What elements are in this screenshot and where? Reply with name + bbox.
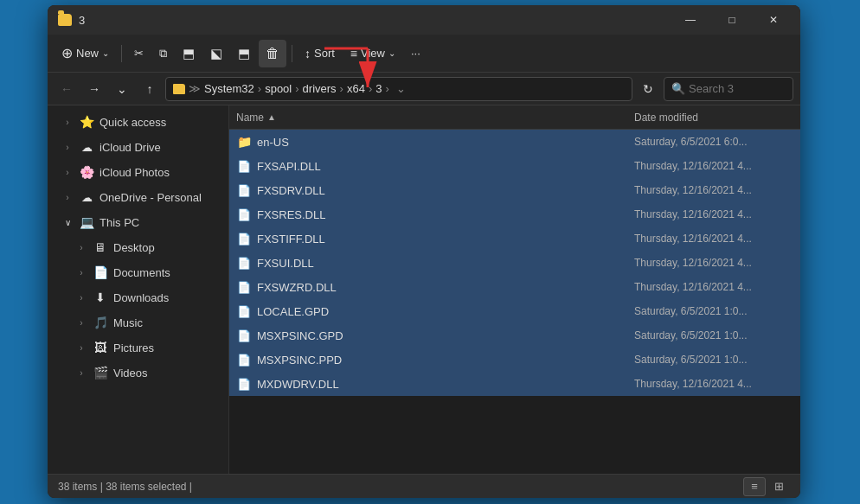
table-row[interactable]: 📄FXSAPI.DLLThursday, 12/16/2021 4... (229, 154, 800, 178)
view-list-button[interactable]: ≡ (743, 477, 766, 496)
table-row[interactable]: 📄FXSDRV.DLLThursday, 12/16/2021 4... (229, 178, 800, 202)
sidebar-label-this-pc: This PC (99, 216, 139, 229)
sidebar-item-icloud-photos[interactable]: › 🌸 iCloud Photos (51, 160, 225, 184)
minimize-button[interactable]: — (671, 5, 710, 35)
file-icon: 📄 (236, 208, 252, 221)
view-details-button[interactable]: ⊞ (767, 477, 790, 496)
rename-button[interactable]: ⬕ (203, 40, 229, 67)
path-3[interactable]: 3 (375, 82, 382, 95)
sidebar-item-videos[interactable]: › 🎬 Videos (51, 360, 225, 385)
title-bar-left: 3 (58, 14, 85, 27)
share-button[interactable]: ⬒ (231, 40, 257, 67)
file-name: MSXPSINC.PPD (257, 354, 342, 367)
address-path[interactable]: ≫ System32 › spool › drivers › x64 › 3 ›… (165, 77, 632, 101)
sidebar-item-downloads[interactable]: › ⬇ Downloads (51, 285, 225, 309)
file-icon: 📄 (236, 281, 252, 294)
view-icon: ≡ (350, 47, 357, 61)
table-row[interactable]: 📄FXSWZRD.DLLThursday, 12/16/2021 4... (229, 275, 800, 299)
sidebar-label-onedrive: OneDrive - Personal (99, 191, 202, 204)
file-icon: 📄 (236, 184, 252, 197)
file-name: FXSRES.DLL (257, 208, 325, 221)
path-separator-1: ≫ (189, 82, 201, 95)
sidebar-item-this-pc[interactable]: ∨ 💻 This PC (51, 210, 225, 234)
file-icon: 📄 (236, 305, 252, 318)
sidebar-item-documents[interactable]: › 📄 Documents (51, 260, 225, 284)
more-button[interactable]: ··· (404, 40, 427, 67)
table-row[interactable]: 📄MXDWDRV.DLLThursday, 12/16/2021 4... (229, 372, 800, 396)
file-name: FXSAPI.DLL (257, 160, 321, 173)
explorer-window: 3 — □ ✕ ⊕ New ⌄ ✂ ⧉ ⬒ ⬕ ⬒ 🗑 (48, 5, 800, 498)
path-system32[interactable]: System32 (204, 82, 254, 95)
new-button[interactable]: ⊕ New ⌄ (55, 40, 116, 67)
dropdown-button[interactable]: ⌄ (110, 77, 134, 101)
sidebar-item-pictures[interactable]: › 🖼 Pictures (51, 335, 225, 360)
col-header-date[interactable]: Date modified (627, 105, 800, 130)
table-row[interactable]: 📄MSXPSINC.PPDSaturday, 6/5/2021 1:0... (229, 348, 800, 372)
sidebar-item-quick-access[interactable]: › ⭐ Quick access (51, 110, 225, 134)
search-input[interactable] (689, 82, 784, 95)
file-name: FXSTIFF.DLL (257, 233, 325, 246)
copy-button[interactable]: ⧉ (152, 40, 174, 67)
path-dropdown-chevron[interactable]: ⌄ (396, 82, 406, 95)
path-folder-icon (173, 84, 185, 94)
rename-icon: ⬕ (210, 46, 222, 61)
table-row[interactable]: 📁en-USSaturday, 6/5/2021 6:0... (229, 130, 800, 154)
table-row[interactable]: 📄MSXPSINC.GPDSaturday, 6/5/2021 1:0... (229, 323, 800, 348)
forward-button[interactable]: → (82, 77, 106, 101)
file-name-cell: 📄MSXPSINC.PPD (229, 354, 627, 367)
table-row[interactable]: 📄FXSRES.DLLThursday, 12/16/2021 4... (229, 202, 800, 226)
file-date: Thursday, 12/16/2021 4... (627, 184, 800, 196)
file-name-cell: 📄FXSAPI.DLL (229, 160, 627, 173)
paste-icon: ⬒ (183, 46, 195, 61)
file-name-cell: 📄FXSUI.DLL (229, 257, 627, 270)
file-icon: 📁 (236, 135, 252, 149)
documents-icon: 📄 (93, 265, 108, 279)
new-plus-icon: ⊕ (61, 45, 73, 61)
icloud-drive-icon: ☁ (79, 141, 94, 154)
file-icon: 📄 (236, 354, 252, 367)
quick-access-icon: ⭐ (79, 115, 94, 129)
search-box[interactable]: 🔍 (664, 77, 793, 101)
delete-button[interactable]: 🗑 (259, 40, 286, 67)
expand-icon: › (75, 293, 87, 303)
expand-icon: › (75, 343, 87, 353)
file-date: Saturday, 6/5/2021 6:0... (627, 136, 800, 148)
sort-label: Sort (314, 47, 335, 60)
expand-icon: › (61, 193, 74, 202)
expand-icon: › (61, 118, 74, 127)
sidebar-item-desktop[interactable]: › 🖥 Desktop (51, 235, 225, 259)
sidebar-label-icloud-drive: iCloud Drive (99, 141, 161, 154)
table-row[interactable]: 📄FXSTIFF.DLLThursday, 12/16/2021 4... (229, 226, 800, 251)
col-header-name[interactable]: Name ▲ (229, 105, 627, 130)
expand-icon: › (75, 268, 87, 278)
path-drivers[interactable]: drivers (303, 82, 337, 95)
up-button[interactable]: ↑ (138, 77, 162, 101)
view-dropdown-icon: ⌄ (388, 48, 395, 58)
close-button[interactable]: ✕ (754, 5, 793, 35)
expand-icon: › (75, 318, 87, 328)
sidebar: › ⭐ Quick access › ☁ iCloud Drive › 🌸 iC… (48, 105, 229, 474)
pictures-icon: 🖼 (93, 341, 108, 354)
expand-icon: › (75, 243, 87, 252)
sort-button[interactable]: ↕ Sort (298, 40, 342, 67)
path-x64[interactable]: x64 (347, 82, 365, 95)
status-view-buttons: ≡ ⊞ (743, 477, 790, 496)
maximize-button[interactable]: □ (712, 5, 752, 35)
back-button[interactable]: ← (55, 77, 79, 101)
refresh-button[interactable]: ↻ (636, 77, 660, 101)
file-date: Thursday, 12/16/2021 4... (627, 208, 800, 220)
view-label: View (361, 47, 385, 60)
cut-button[interactable]: ✂ (127, 40, 151, 67)
view-button[interactable]: ≡ View ⌄ (343, 40, 402, 67)
file-header: Name ▲ Date modified (229, 105, 800, 130)
file-name: FXSDRV.DLL (257, 184, 325, 197)
sidebar-item-music[interactable]: › 🎵 Music (51, 310, 225, 335)
table-row[interactable]: 📄FXSUI.DLLThursday, 12/16/2021 4... (229, 251, 800, 275)
copy-icon: ⧉ (159, 47, 167, 61)
path-spool[interactable]: spool (265, 82, 292, 95)
sidebar-item-icloud-drive[interactable]: › ☁ iCloud Drive (51, 135, 225, 159)
file-list: 📁en-USSaturday, 6/5/2021 6:0...📄FXSAPI.D… (229, 130, 800, 474)
table-row[interactable]: 📄LOCALE.GPDSaturday, 6/5/2021 1:0... (229, 299, 800, 323)
sidebar-item-onedrive[interactable]: › ☁ OneDrive - Personal (51, 185, 225, 209)
paste-button[interactable]: ⬒ (176, 40, 202, 67)
